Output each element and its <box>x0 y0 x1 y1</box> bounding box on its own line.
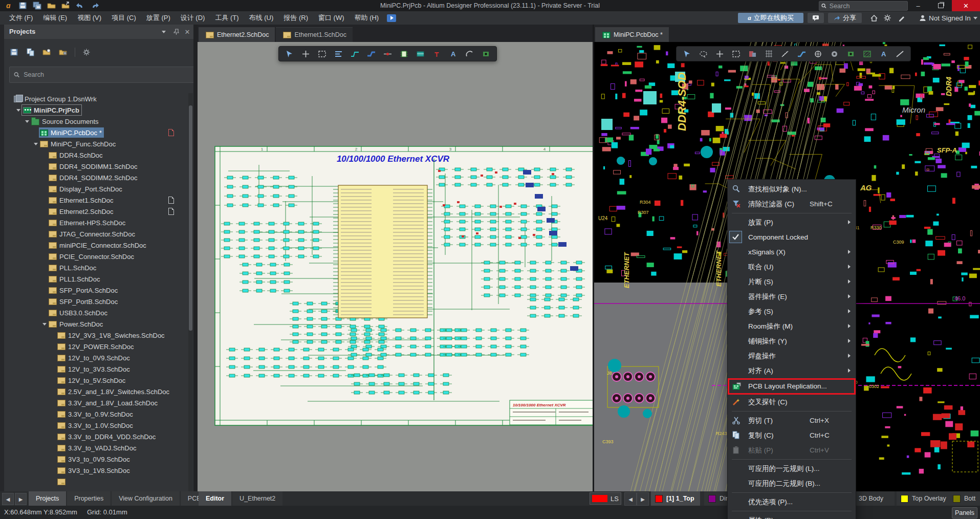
layer-sets-button[interactable]: LS <box>590 492 621 505</box>
redo-icon[interactable] <box>89 1 100 10</box>
menubar-item[interactable]: 工具 (T) <box>210 11 244 25</box>
drill-icon[interactable] <box>811 48 825 60</box>
junction-icon[interactable] <box>380 48 395 60</box>
expand-arrow-icon[interactable] <box>16 107 21 113</box>
restore-button[interactable] <box>929 0 952 11</box>
tree-item[interactable]: Power.SchDoc <box>4 318 188 330</box>
context-menu-item[interactable]: Component Locked <box>728 230 856 245</box>
tree-item[interactable]: 3.3V_to_VADJ.SchDoc <box>4 442 188 453</box>
lasso-select-icon[interactable] <box>696 48 711 60</box>
arc-icon[interactable] <box>462 48 477 60</box>
sheet-symbol-icon[interactable] <box>413 48 428 60</box>
tree-item[interactable]: Project Group 1.DsnWrk <box>4 93 188 104</box>
layer-tab--1-1-top[interactable]: [1] 1_Top <box>651 491 700 506</box>
context-menu-item[interactable]: 参考 (S) <box>728 304 856 319</box>
layer-tab-bott[interactable]: Bott <box>949 491 980 506</box>
line-icon[interactable] <box>892 48 907 60</box>
tree-item[interactable]: 2.5V_and_1.8V_Switches.SchDoc <box>4 386 188 397</box>
altium-logo-icon[interactable]: ɑ <box>3 1 14 10</box>
close-icon[interactable]: ✕ <box>183 28 191 35</box>
context-menu-item[interactable]: 放置 (P) <box>728 215 856 230</box>
scrollbar-thumb[interactable] <box>189 105 192 331</box>
context-menu-item[interactable]: 铺铜操作 (Y) <box>728 334 856 349</box>
context-menu-item[interactable]: Room操作 (M) <box>728 319 856 334</box>
chevron-down-icon[interactable] <box>160 28 168 35</box>
crosshair-icon[interactable] <box>712 48 727 60</box>
context-menu-item[interactable]: PCB Layout Replication... <box>728 378 856 395</box>
tab-minipc-pcbdoc[interactable]: MiniPC.PcbDoc * <box>595 27 669 42</box>
tree-item[interactable]: USB3.0.SchDoc <box>4 307 188 318</box>
projects-search-input[interactable] <box>23 71 192 79</box>
tree-item[interactable]: DDR4_SODIMM1.SchDoc <box>4 161 188 172</box>
customize-pencil-icon[interactable] <box>897 13 907 23</box>
interactive-route-icon[interactable] <box>794 48 809 60</box>
tree-item[interactable]: Ethernet1.SchDoc <box>4 194 188 206</box>
wire-icon[interactable] <box>347 48 362 60</box>
context-menu-item[interactable]: 清除过滤器 (C)Shift+C <box>728 197 856 211</box>
expand-arrow-icon[interactable] <box>33 141 39 147</box>
measure-icon[interactable] <box>778 48 793 60</box>
via-icon[interactable] <box>827 48 842 60</box>
bus-icon[interactable] <box>364 48 379 60</box>
context-menu-item[interactable]: 可应用的二元规则 (B)... <box>728 476 856 491</box>
tree-item[interactable]: Source Documents <box>4 116 188 127</box>
menubar-item[interactable]: 项目 (C) <box>106 11 141 25</box>
project-options-icon[interactable] <box>58 48 69 57</box>
settings-icon[interactable] <box>81 48 92 57</box>
panel-tab-projects[interactable]: Projects <box>29 491 66 506</box>
feedback-button[interactable] <box>808 13 824 23</box>
open-project-icon[interactable] <box>60 1 72 10</box>
run-script-icon[interactable] <box>387 14 396 22</box>
context-menu-item[interactable]: 交叉探针 (C) <box>728 395 856 409</box>
tree-item[interactable]: MiniPC_Func.SchDoc <box>4 138 188 149</box>
explore-folder-icon[interactable] <box>42 48 52 57</box>
tab-ethernet2-schdoc[interactable]: Ethernet2.SchDoc <box>199 27 275 42</box>
context-menu-item[interactable]: 片断 (S) <box>728 274 856 289</box>
global-search[interactable] <box>819 1 908 11</box>
pad-icon[interactable] <box>478 48 493 60</box>
layers-scroll-right[interactable]: ▶ <box>637 492 649 506</box>
context-menu-item[interactable]: 粘贴 (P)Ctrl+V <box>728 443 856 458</box>
align-icon[interactable] <box>331 48 346 60</box>
tree-item[interactable]: Ethernet-HPS.SchDoc <box>4 217 188 228</box>
tree-item[interactable]: Ethernet2.SchDoc <box>4 206 188 217</box>
menubar-item[interactable]: 报告 (R) <box>278 11 313 25</box>
layer-tab-top-overlay[interactable]: Top Overlay <box>897 491 956 506</box>
polygon-icon[interactable] <box>860 48 875 60</box>
tree-item[interactable]: 12V_3V3_1V8_Swiches.SchDoc <box>4 330 188 341</box>
panels-button[interactable]: Panels <box>952 507 977 518</box>
area-select-icon[interactable] <box>729 48 744 60</box>
text-icon[interactable]: A <box>446 48 461 60</box>
tabs-scroll-left[interactable]: ◀ <box>2 493 14 505</box>
tree-item[interactable]: 3V3_to_1V8.SchDoc <box>4 465 188 476</box>
editor-tab-u-ethernet2[interactable]: U_Ethernet2 <box>232 491 282 506</box>
tree-item[interactable]: PLL1.SchDoc <box>4 273 188 285</box>
tree-item[interactable]: SFP_PortA.SchDoc <box>4 285 188 296</box>
tree-item[interactable]: DDR4.SchDoc <box>4 149 188 161</box>
tree-item[interactable]: Display_Port.SchDoc <box>4 183 188 194</box>
cursor-icon[interactable] <box>282 48 297 60</box>
tree-item[interactable] <box>4 476 188 487</box>
room-icon[interactable] <box>745 48 760 60</box>
tree-item[interactable]: JTAG_Connector.SchDoc <box>4 228 188 240</box>
tree-item[interactable]: 3.3V_and_1.8V_Load.SchDoc <box>4 397 188 408</box>
projects-search[interactable] <box>9 67 193 83</box>
menubar-item[interactable]: 设计 (D) <box>176 11 210 25</box>
tree-item[interactable]: 3.3V_to_1.0V.SchDoc <box>4 420 188 431</box>
tree-item[interactable]: 3.3V_to_DDR4_VDD.SchDoc <box>4 431 188 442</box>
open-icon[interactable] <box>46 1 57 10</box>
tabs-scroll-right[interactable]: ▶ <box>15 493 27 505</box>
string-icon[interactable]: A <box>876 48 891 60</box>
context-menu-item[interactable]: 器件操作 (E) <box>728 289 856 304</box>
cursor-icon[interactable] <box>680 48 694 60</box>
menubar-item[interactable]: 窗口 (W) <box>313 11 350 25</box>
context-menu-item[interactable]: xSignals (X) <box>728 245 856 260</box>
layers-scroll-left[interactable]: ◀ <box>624 492 637 506</box>
expand-arrow-icon[interactable] <box>25 119 30 124</box>
compare-icon[interactable] <box>26 48 36 57</box>
area-select-icon[interactable] <box>315 48 330 60</box>
tree-item[interactable]: MiniPC.PcbDoc * <box>4 127 188 138</box>
tree-item[interactable]: DDR4_SODIMM2.SchDoc <box>4 172 188 183</box>
close-button[interactable]: ✕ <box>952 0 980 11</box>
context-menu-item[interactable]: 可应用的一元规则 (L)... <box>728 461 856 476</box>
